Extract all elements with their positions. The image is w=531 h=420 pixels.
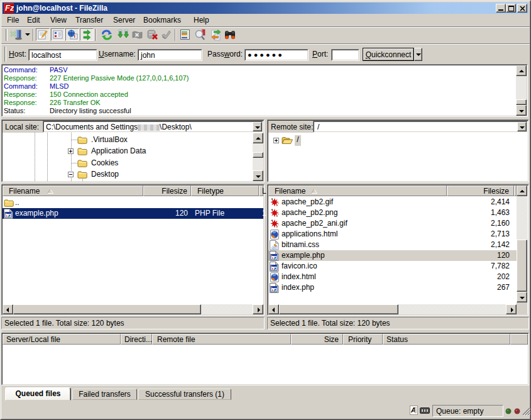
svg-text:Fz: Fz xyxy=(5,3,14,13)
